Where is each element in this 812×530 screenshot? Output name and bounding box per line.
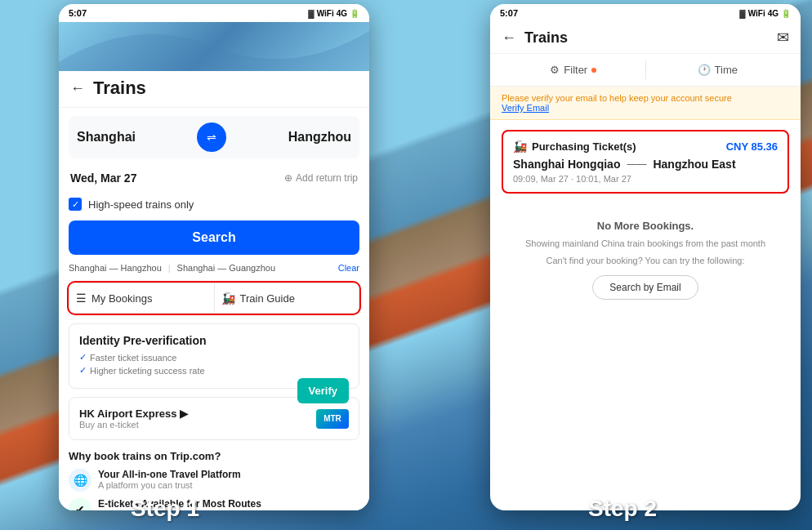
search-button[interactable]: Search bbox=[69, 220, 359, 255]
verify-button[interactable]: Verify bbox=[297, 378, 349, 403]
tab-train-guide[interactable]: 🚂 Train Guide bbox=[215, 283, 359, 313]
booking-card-header: 🚂 Purchasing Ticket(s) CNY 85.36 bbox=[513, 140, 778, 153]
why-item-2: ✔ E-tickets Available for Most Routes Sa… bbox=[69, 498, 359, 510]
phone2-status-icons: ▓ WiFi 4G 🔋 bbox=[739, 9, 791, 18]
booking-train-icon: 🚂 bbox=[513, 140, 527, 153]
phone1: 5:07 ▓ WiFi 4G 🔋 ← Trains Shanghai ⇌ Han… bbox=[59, 4, 369, 510]
route-row: Shanghai ⇌ Hangzhou bbox=[69, 116, 359, 158]
booking-origin: Shanghai Hongqiao bbox=[513, 158, 620, 171]
verify-banner: Please verify your email to help keep yo… bbox=[490, 87, 801, 120]
check-icon-1: ✓ bbox=[79, 352, 87, 363]
phone2-header: ← Trains ✉ bbox=[490, 22, 801, 54]
why-item-1-title: Your All-in-one Travel Platform bbox=[98, 469, 241, 480]
no-bookings-subtitle: Showing mainland China train bookings fr… bbox=[502, 237, 789, 251]
filter-icon: ⚙ bbox=[550, 64, 560, 76]
identity-benefit-2: ✓ Higher ticketing success rate bbox=[79, 365, 349, 376]
add-return-icon: ⊕ bbox=[284, 172, 292, 184]
search-by-email-button[interactable]: Search by Email bbox=[592, 275, 698, 300]
why-icon-1: 🌐 bbox=[69, 469, 91, 492]
guide-label: Train Guide bbox=[240, 292, 295, 305]
add-return-trip[interactable]: ⊕ Add return trip bbox=[284, 172, 358, 184]
hk-title[interactable]: HK Airport Express ▶ bbox=[79, 408, 188, 420]
time-filter-label: Time bbox=[715, 64, 738, 76]
destination-city[interactable]: Hangzhou bbox=[288, 130, 351, 145]
phone2: 5:07 ▓ WiFi 4G 🔋 ← Trains ✉ ⚙ Filter 🕐 T… bbox=[490, 4, 801, 510]
mail-icon[interactable]: ✉ bbox=[777, 29, 789, 47]
verify-email-link[interactable]: Verify Email bbox=[502, 103, 549, 113]
tabs-row: ☰ My Bookings 🚂 Train Guide bbox=[69, 283, 359, 314]
check-icon-2: ✓ bbox=[79, 365, 87, 376]
booking-destination: Hangzhou East bbox=[653, 158, 735, 171]
suggestions-row: Shanghai — Hangzhou | Shanghai — Guangzh… bbox=[69, 263, 359, 273]
booking-date: 09:09, Mar 27 · 10:01, Mar 27 bbox=[513, 174, 778, 184]
phone1-status-icons: ▓ WiFi 4G 🔋 bbox=[308, 9, 359, 18]
time-filter-button[interactable]: 🕐 Time bbox=[646, 60, 790, 79]
add-return-label: Add return trip bbox=[296, 172, 358, 184]
filter-bar: ⚙ Filter 🕐 Time bbox=[490, 54, 801, 87]
origin-city[interactable]: Shanghai bbox=[77, 130, 136, 145]
high-speed-label: High-speed trains only bbox=[88, 198, 194, 211]
route-arrow: —— bbox=[627, 158, 646, 170]
booking-status: 🚂 Purchasing Ticket(s) bbox=[513, 140, 636, 153]
swap-icon[interactable]: ⇌ bbox=[197, 122, 226, 152]
phone1-status-bar: 5:07 ▓ WiFi 4G 🔋 bbox=[59, 4, 369, 22]
app-title: Trains bbox=[93, 78, 358, 99]
phone2-title: Trains bbox=[524, 29, 769, 47]
no-bookings-try: Can't find your booking? You can try the… bbox=[502, 256, 789, 265]
tab-my-bookings[interactable]: ☰ My Bookings bbox=[69, 283, 215, 313]
high-speed-checkbox[interactable]: ✓ bbox=[69, 198, 82, 211]
step2-label: Step 2 bbox=[588, 496, 657, 522]
search-form: Shanghai ⇌ Hangzhou Wed, Mar 27 ⊕ Add re… bbox=[59, 108, 369, 510]
suggestion-1[interactable]: Shanghai — Hangzhou bbox=[69, 263, 162, 273]
step1-label: Step 1 bbox=[131, 496, 199, 522]
clear-suggestions[interactable]: Clear bbox=[338, 263, 359, 273]
phone2-status-bar: 5:07 ▓ WiFi 4G 🔋 bbox=[490, 4, 801, 22]
filter-active-dot bbox=[591, 68, 596, 73]
verify-message: Please verify your email to help keep yo… bbox=[502, 93, 732, 103]
identity-title: Identity Pre-verification bbox=[79, 334, 349, 347]
train-logo: MTR bbox=[316, 409, 349, 429]
phone2-back-button[interactable]: ← bbox=[502, 29, 516, 47]
why-item-1-sub: A platform you can trust bbox=[98, 480, 241, 490]
why-section: Why book trains on Trip.com? 🌐 Your All-… bbox=[69, 448, 359, 510]
filter-button[interactable]: ⚙ Filter bbox=[502, 60, 645, 79]
hk-info: HK Airport Express ▶ Buy an e-ticket bbox=[79, 408, 188, 430]
booking-price: CNY 85.36 bbox=[726, 140, 778, 153]
why-item-1: 🌐 Your All-in-one Travel Platform A plat… bbox=[69, 469, 359, 492]
identity-benefit-1: ✓ Faster ticket issuance bbox=[79, 352, 349, 363]
why-title: Why book trains on Trip.com? bbox=[69, 450, 359, 462]
no-bookings-title: No More Bookings. bbox=[502, 220, 789, 232]
filter-label: Filter bbox=[564, 64, 587, 76]
booking-route: Shanghai Hongqiao —— Hangzhou East bbox=[513, 158, 778, 171]
travel-date[interactable]: Wed, Mar 27 bbox=[70, 171, 136, 185]
bookings-label: My Bookings bbox=[91, 292, 152, 305]
phone1-header: ← Trains bbox=[59, 71, 369, 108]
identity-card: Identity Pre-verification ✓ Faster ticke… bbox=[69, 323, 359, 389]
phone2-time: 5:07 bbox=[500, 8, 518, 18]
hero-image bbox=[59, 22, 369, 71]
date-row: Wed, Mar 27 ⊕ Add return trip bbox=[69, 167, 359, 189]
high-speed-row: ✓ High-speed trains only bbox=[69, 198, 359, 211]
phone1-time: 5:07 bbox=[69, 8, 87, 18]
why-icon-2: ✔ bbox=[69, 498, 91, 510]
bookings-icon: ☰ bbox=[76, 292, 87, 305]
guide-icon: 🚂 bbox=[221, 292, 235, 305]
booking-status-label: Purchasing Ticket(s) bbox=[532, 140, 636, 153]
booking-card[interactable]: 🚂 Purchasing Ticket(s) CNY 85.36 Shangha… bbox=[502, 130, 789, 194]
suggestion-2[interactable]: Shanghai — Guangzhou bbox=[177, 263, 275, 273]
back-button[interactable]: ← bbox=[70, 80, 85, 97]
time-filter-icon: 🕐 bbox=[698, 64, 711, 76]
hk-subtitle: Buy an e-ticket bbox=[79, 420, 188, 430]
no-bookings-section: No More Bookings. Showing mainland China… bbox=[490, 203, 801, 316]
